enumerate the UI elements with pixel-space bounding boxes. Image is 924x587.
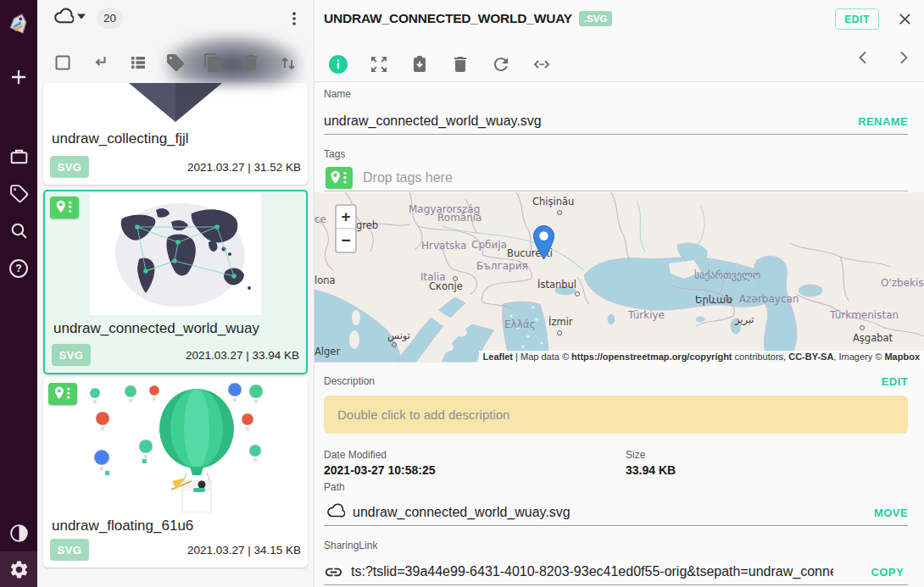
attribution-text: | Map data ©: [513, 352, 571, 362]
copy-button[interactable]: COPY: [871, 566, 904, 579]
attribution-text: , Imagery ©: [833, 352, 884, 362]
gear-icon: [8, 559, 30, 580]
leaflet-link[interactable]: Leaflet: [483, 352, 513, 362]
sharing-link-value[interactable]: ts:?tslid=39a44e99-6431-4010-8203-93ec41…: [351, 558, 833, 584]
list-view-button[interactable]: [128, 53, 148, 73]
osm-copyright-link[interactable]: https://openstreetmap.org/copyright: [571, 352, 732, 362]
file-meta: 2021.03.27 | 34.15 KB: [187, 544, 301, 557]
search-button[interactable]: [0, 215, 37, 246]
details-toolbar: [314, 37, 924, 82]
delete-files-button[interactable]: [241, 53, 261, 73]
path-field[interactable]: undraw_connected_world_wuay.svg MOVE: [324, 499, 908, 526]
description-edit-button[interactable]: EDIT: [882, 375, 908, 388]
tags-label: Tags: [324, 148, 345, 160]
tagspaces-logo[interactable]: [0, 11, 37, 42]
cloud-icon: [51, 7, 74, 25]
select-all-button[interactable]: [53, 53, 73, 73]
description-area[interactable]: Double click to add description: [324, 396, 908, 434]
map-label: ce: [314, 213, 326, 225]
tag-location-badge[interactable]: [326, 167, 353, 189]
delete-file-button[interactable]: [450, 54, 470, 75]
parent-directory-button[interactable]: [90, 53, 110, 73]
file-title: UNDRAW_CONNECTED_WORLD_WUAY: [324, 11, 572, 26]
briefcase-icon: [8, 146, 30, 167]
create-new-button[interactable]: [0, 62, 37, 92]
size-value: 33.94 KB: [626, 463, 676, 477]
date-modified-label: Date Modified: [324, 449, 387, 461]
file-list-header: 20: [37, 0, 314, 37]
file-thumbnail-world-map: [90, 193, 261, 315]
map-label: Aşgabat: [853, 332, 893, 344]
next-file-button[interactable]: [893, 47, 914, 68]
map-zoom-control: + −: [335, 204, 357, 253]
file-meta: 2021.03.27 | 33.94 KB: [186, 349, 299, 362]
info-button[interactable]: [328, 54, 348, 75]
sharing-link-label: SharingLink: [324, 540, 377, 551]
name-value[interactable]: undraw_connected_world_wuay.svg: [324, 108, 908, 134]
map-label: Ελλάς: [504, 318, 536, 330]
file-list-toolbar: [37, 47, 314, 78]
custom-properties-button[interactable]: [532, 54, 552, 75]
file-list-panel: 20 undraw_collecting_fjjl SVG 2021.03.27…: [37, 0, 314, 587]
help-button[interactable]: ?: [0, 253, 37, 284]
file-tag-menu-badge[interactable]: [48, 383, 77, 405]
tags-drop-area[interactable]: Drop tags here: [324, 165, 908, 191]
edit-file-button[interactable]: EDIT: [835, 8, 879, 30]
map-label: Chișinău: [532, 196, 574, 208]
more-vert-icon: [285, 9, 303, 28]
reload-button[interactable]: [491, 54, 511, 75]
theme-toggle-button[interactable]: [0, 518, 37, 548]
file-card[interactable]: undraw_collecting_fjjl SVG 2021.03.27 | …: [43, 83, 308, 185]
map-marker-pin[interactable]: [533, 225, 554, 260]
contrast-icon: [8, 523, 30, 544]
map-attribution: Leaflet | Map data © https://openstreetm…: [479, 351, 924, 363]
rename-button[interactable]: RENAME: [858, 115, 908, 128]
file-name: undraw_collecting_fjjl: [43, 125, 308, 147]
locations-button[interactable]: [0, 141, 37, 171]
mapbox-link[interactable]: Mapbox: [884, 352, 920, 362]
name-field[interactable]: undraw_connected_world_wuay.svg RENAME: [324, 108, 908, 135]
map-town-ring: [557, 330, 562, 335]
tags-button[interactable]: [0, 178, 37, 208]
cloud-path-icon: [324, 502, 345, 519]
map-label: България: [476, 260, 528, 272]
fullscreen-button[interactable]: [369, 54, 389, 75]
tags-placeholder: Drop tags here: [363, 165, 453, 190]
map-label: Azərbaycan: [739, 293, 799, 305]
settings-button[interactable]: [0, 554, 37, 584]
dropdown-caret-icon: [77, 14, 86, 19]
chevron-left-icon: [853, 47, 873, 68]
zoom-out-button[interactable]: −: [337, 229, 355, 252]
file-type-badge[interactable]: SVG: [52, 344, 91, 366]
zoom-in-button[interactable]: +: [337, 206, 355, 229]
move-button[interactable]: MOVE: [874, 507, 908, 519]
description-placeholder: Double click to add description: [337, 407, 509, 422]
copy-files-button[interactable]: [203, 53, 223, 73]
file-tag-menu-badge[interactable]: [50, 197, 79, 219]
map-label: Скопје: [429, 280, 463, 292]
date-modified-value: 2021-03-27 10:58:25: [324, 463, 436, 477]
location-selector[interactable]: [51, 7, 86, 25]
save-archive-button[interactable]: [409, 54, 430, 75]
sort-button[interactable]: [278, 53, 298, 73]
map-label: تبريز: [735, 313, 754, 325]
geo-map[interactable]: ceMagyarországChișinăuZagrebRomâniaHrvat…: [314, 192, 924, 363]
path-value[interactable]: undraw_connected_world_wuay.svg: [353, 499, 840, 526]
file-type-badge[interactable]: SVG: [50, 156, 89, 178]
map-label: تونس: [387, 329, 410, 341]
file-extension-badge: .SVG: [579, 11, 612, 26]
search-icon: [8, 220, 30, 241]
tag-files-button[interactable]: [165, 53, 186, 73]
location-pin-menu-icon: [327, 169, 351, 187]
entries-count-badge: 20: [97, 8, 123, 29]
file-thumbnail-balloons: [88, 381, 263, 512]
file-name: undraw_floating_61u6: [43, 512, 308, 534]
previous-file-button[interactable]: [853, 47, 873, 68]
sharing-link-field[interactable]: ts:?tslid=39a44e99-6431-4010-8203-93ec41…: [324, 558, 908, 585]
close-details-button[interactable]: [896, 10, 914, 28]
location-pin-menu-icon: [52, 385, 74, 402]
file-list-menu-button[interactable]: [285, 9, 303, 28]
file-type-badge[interactable]: SVG: [50, 539, 89, 561]
file-card[interactable]: undraw_floating_61u6 SVG 2021.03.27 | 34…: [43, 378, 308, 568]
file-card-selected[interactable]: undraw_connected_world_wuay SVG 2021.03.…: [43, 190, 308, 374]
